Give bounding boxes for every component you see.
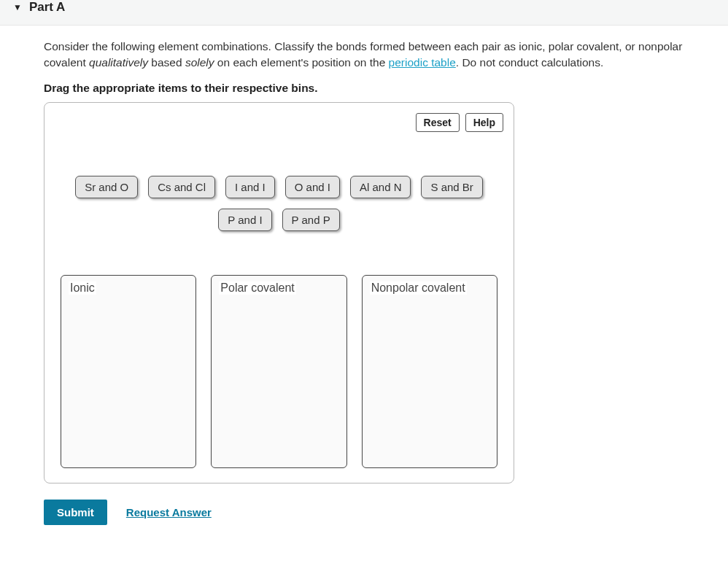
actions-row: Submit Request Answer (44, 500, 721, 525)
question-post: . Do not conduct calculations. (456, 56, 603, 69)
help-button[interactable]: Help (465, 113, 503, 132)
bin-nonpolar-covalent[interactable]: Nonpolar covalent (362, 275, 497, 468)
question-mid2: on each element's position on the (214, 56, 389, 69)
periodic-table-link[interactable]: periodic table (389, 56, 456, 69)
request-answer-link[interactable]: Request Answer (126, 506, 212, 518)
content-area: Consider the following element combinati… (0, 26, 728, 532)
reset-button[interactable]: Reset (416, 113, 460, 132)
question-mid1: based (148, 56, 185, 69)
item-chip-i-i[interactable]: I and I (225, 176, 275, 198)
part-header[interactable]: ▼ Part A (0, 0, 728, 26)
bin-label-ionic: Ionic (69, 281, 96, 295)
submit-button[interactable]: Submit (44, 500, 107, 525)
work-area: Reset Help Sr and O Cs and Cl I and I O … (44, 102, 514, 483)
bin-label-nonpolar: Nonpolar covalent (370, 281, 467, 295)
item-chip-sr-o[interactable]: Sr and O (75, 176, 138, 198)
part-title: Part A (29, 0, 65, 15)
question-em1: qualitatively (89, 56, 148, 69)
item-chip-o-i[interactable]: O and I (285, 176, 340, 198)
drag-instruction: Drag the appropriate items to their resp… (44, 82, 721, 95)
toolbar: Reset Help (55, 113, 503, 132)
item-chip-s-br[interactable]: S and Br (421, 176, 482, 198)
question-em2: solely (185, 56, 214, 69)
question-text: Consider the following element combinati… (44, 39, 715, 71)
item-chip-cs-cl[interactable]: Cs and Cl (148, 176, 215, 198)
bin-ionic[interactable]: Ionic (61, 275, 196, 468)
item-chip-p-i[interactable]: P and I (218, 209, 271, 231)
items-row: Sr and O Cs and Cl I and I O and I Al an… (69, 176, 489, 231)
item-chip-p-p[interactable]: P and P (282, 209, 340, 231)
page-container: ▼ Part A Consider the following element … (0, 0, 728, 532)
bin-polar-covalent[interactable]: Polar covalent (211, 275, 346, 468)
item-chip-al-n[interactable]: Al and N (350, 176, 411, 198)
collapse-arrow-icon: ▼ (13, 2, 22, 12)
bins-row: Ionic Polar covalent Nonpolar covalent (55, 275, 503, 468)
bin-label-polar: Polar covalent (219, 281, 295, 295)
